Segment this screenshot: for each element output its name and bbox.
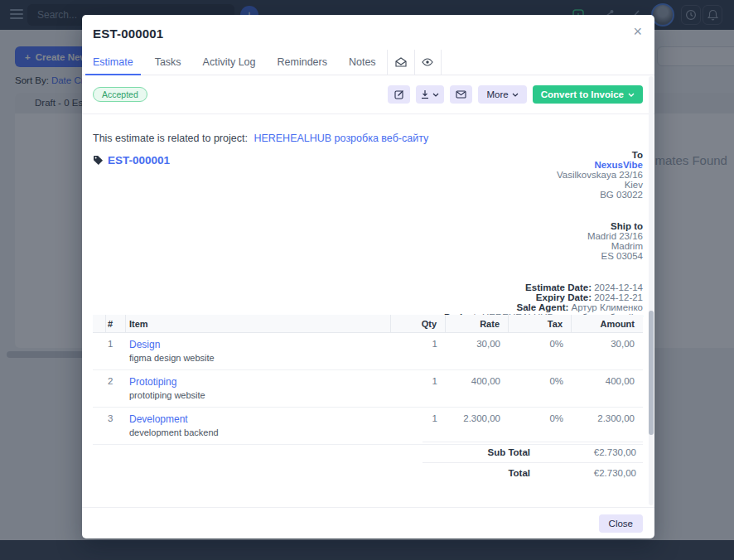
more-button[interactable]: More <box>478 85 526 104</box>
modal-title: EST-000001 <box>93 27 163 41</box>
modal-scrollbar-track <box>649 76 654 505</box>
chevron-down-icon <box>432 93 439 97</box>
modal-tabbar: Estimate Tasks Activity Log Reminders No… <box>82 50 654 75</box>
item-description: prototiping website <box>129 390 391 400</box>
close-icon[interactable]: × <box>633 23 642 41</box>
item-description: development backend <box>129 427 391 437</box>
tab-activity-log[interactable]: Activity Log <box>192 50 267 75</box>
tag-icon <box>93 155 104 166</box>
estimate-number-link[interactable]: EST-000001 <box>108 154 170 167</box>
edit-button[interactable] <box>388 85 410 104</box>
tab-email-envelope-icon[interactable] <box>387 50 414 75</box>
convert-to-invoice-button[interactable]: Convert to Invoice <box>533 85 643 104</box>
status-badge: Accepted <box>93 87 147 103</box>
estimate-number-row: EST-000001 <box>93 154 170 167</box>
tab-estimate[interactable]: Estimate <box>82 50 144 75</box>
screen: Search... + + Create New Estimate Sort B… <box>0 0 734 560</box>
table-header-row: # Item Qty Rate Tax Amount <box>93 315 643 333</box>
tab-reminders[interactable]: Reminders <box>267 50 338 75</box>
expiry-date: Expiry Date: 2024-12-21 <box>444 292 643 302</box>
customer-link[interactable]: NexusVibe <box>594 160 643 170</box>
subtotal-row: Sub Total €2.730,00 <box>423 442 643 462</box>
table-row: 2 Prototiping prototiping website 1 400,… <box>93 370 643 408</box>
related-project-line: This estimate is related to project: HER… <box>93 133 428 144</box>
project-link[interactable]: HEREHEALHUB розробка веб-сайту <box>254 133 428 144</box>
items-table: # Item Qty Rate Tax Amount 1 Design figm… <box>93 315 643 445</box>
close-button[interactable]: Close <box>599 514 643 533</box>
table-row: 3 Development development backend 1 2.30… <box>93 408 643 445</box>
addresses-and-meta: To NexusVibe Vasilkovskaya 23/16 Kiev BG… <box>444 150 643 322</box>
chevron-down-icon <box>512 93 519 97</box>
tab-notes[interactable]: Notes <box>338 50 387 75</box>
download-icon <box>421 89 429 99</box>
item-link[interactable]: Design <box>129 339 391 350</box>
estimate-date: Estimate Date: 2024-12-14 <box>444 282 643 292</box>
modal-footer: Close <box>82 507 654 538</box>
download-button[interactable] <box>416 85 444 104</box>
table-row: 1 Design figma design website 1 30,00 0%… <box>93 333 643 370</box>
totals-block: Sub Total €2.730,00 Total €2.730,00 <box>423 442 643 483</box>
send-email-button[interactable] <box>450 85 472 104</box>
section-divider <box>82 113 654 114</box>
sale-agent: Sale Agent: Артур Клименко <box>444 302 643 312</box>
modal-scrollbar-thumb[interactable] <box>649 311 654 435</box>
estimate-modal: EST-000001 × Estimate Tasks Activity Log… <box>82 15 654 538</box>
tab-preview-eye-icon[interactable] <box>414 50 442 75</box>
edit-icon <box>394 89 404 99</box>
item-description: figma design website <box>129 353 391 363</box>
tab-tasks[interactable]: Tasks <box>144 50 192 75</box>
total-row: Total €2.730,00 <box>423 462 643 483</box>
to-label: To <box>444 150 643 160</box>
ship-to-label: Ship to <box>444 221 643 231</box>
envelope-icon <box>456 90 466 99</box>
actions-row: Accepted More Convert to Invoice <box>93 85 643 104</box>
chevron-down-icon <box>628 93 635 97</box>
item-link[interactable]: Development <box>129 413 391 425</box>
item-link[interactable]: Prototiping <box>129 376 391 388</box>
